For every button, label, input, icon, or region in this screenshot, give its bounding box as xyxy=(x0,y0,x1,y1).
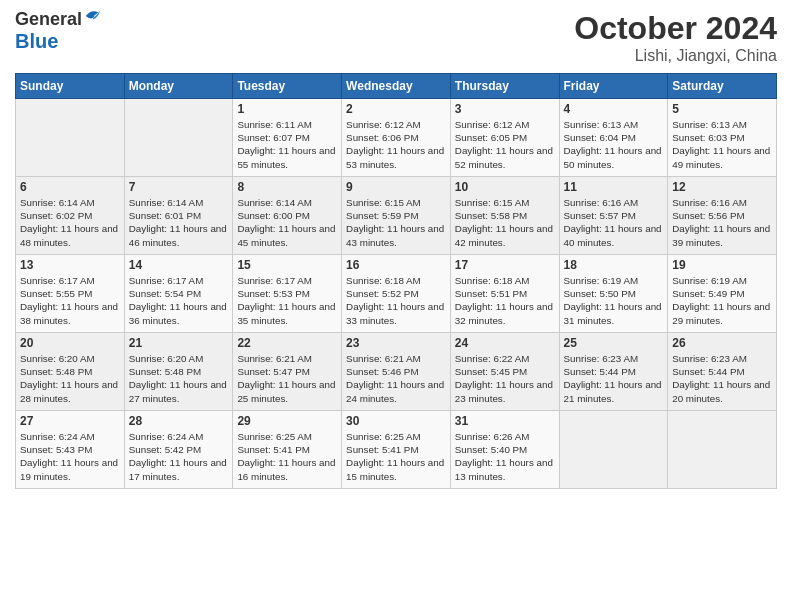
day-info: Sunrise: 6:19 AMSunset: 5:49 PMDaylight:… xyxy=(672,274,772,327)
logo: General Blue xyxy=(15,10,102,52)
day-number: 5 xyxy=(672,102,772,116)
day-number: 13 xyxy=(20,258,120,272)
table-row: 24Sunrise: 6:22 AMSunset: 5:45 PMDayligh… xyxy=(450,333,559,411)
day-info: Sunrise: 6:17 AMSunset: 5:54 PMDaylight:… xyxy=(129,274,229,327)
day-info: Sunrise: 6:14 AMSunset: 6:00 PMDaylight:… xyxy=(237,196,337,249)
table-row: 12Sunrise: 6:16 AMSunset: 5:56 PMDayligh… xyxy=(668,177,777,255)
day-number: 22 xyxy=(237,336,337,350)
table-row: 14Sunrise: 6:17 AMSunset: 5:54 PMDayligh… xyxy=(124,255,233,333)
day-number: 21 xyxy=(129,336,229,350)
day-number: 8 xyxy=(237,180,337,194)
day-info: Sunrise: 6:21 AMSunset: 5:47 PMDaylight:… xyxy=(237,352,337,405)
table-row: 27Sunrise: 6:24 AMSunset: 5:43 PMDayligh… xyxy=(16,411,125,489)
calendar-header-row: Sunday Monday Tuesday Wednesday Thursday… xyxy=(16,74,777,99)
day-info: Sunrise: 6:17 AMSunset: 5:53 PMDaylight:… xyxy=(237,274,337,327)
table-row: 2Sunrise: 6:12 AMSunset: 6:06 PMDaylight… xyxy=(342,99,451,177)
table-row: 31Sunrise: 6:26 AMSunset: 5:40 PMDayligh… xyxy=(450,411,559,489)
table-row: 7Sunrise: 6:14 AMSunset: 6:01 PMDaylight… xyxy=(124,177,233,255)
table-row: 5Sunrise: 6:13 AMSunset: 6:03 PMDaylight… xyxy=(668,99,777,177)
day-info: Sunrise: 6:13 AMSunset: 6:04 PMDaylight:… xyxy=(564,118,664,171)
weekday-monday: Monday xyxy=(124,74,233,99)
day-info: Sunrise: 6:22 AMSunset: 5:45 PMDaylight:… xyxy=(455,352,555,405)
calendar-week-row: 27Sunrise: 6:24 AMSunset: 5:43 PMDayligh… xyxy=(16,411,777,489)
day-number: 4 xyxy=(564,102,664,116)
table-row: 22Sunrise: 6:21 AMSunset: 5:47 PMDayligh… xyxy=(233,333,342,411)
table-row: 4Sunrise: 6:13 AMSunset: 6:04 PMDaylight… xyxy=(559,99,668,177)
weekday-wednesday: Wednesday xyxy=(342,74,451,99)
title-block: October 2024 Lishi, Jiangxi, China xyxy=(574,10,777,65)
day-number: 30 xyxy=(346,414,446,428)
table-row: 3Sunrise: 6:12 AMSunset: 6:05 PMDaylight… xyxy=(450,99,559,177)
day-info: Sunrise: 6:17 AMSunset: 5:55 PMDaylight:… xyxy=(20,274,120,327)
logo-text-general: General xyxy=(15,10,82,30)
table-row xyxy=(16,99,125,177)
day-info: Sunrise: 6:24 AMSunset: 5:42 PMDaylight:… xyxy=(129,430,229,483)
table-row: 25Sunrise: 6:23 AMSunset: 5:44 PMDayligh… xyxy=(559,333,668,411)
day-info: Sunrise: 6:14 AMSunset: 6:02 PMDaylight:… xyxy=(20,196,120,249)
weekday-sunday: Sunday xyxy=(16,74,125,99)
day-number: 28 xyxy=(129,414,229,428)
table-row: 19Sunrise: 6:19 AMSunset: 5:49 PMDayligh… xyxy=(668,255,777,333)
table-row: 23Sunrise: 6:21 AMSunset: 5:46 PMDayligh… xyxy=(342,333,451,411)
table-row: 8Sunrise: 6:14 AMSunset: 6:00 PMDaylight… xyxy=(233,177,342,255)
day-info: Sunrise: 6:13 AMSunset: 6:03 PMDaylight:… xyxy=(672,118,772,171)
weekday-friday: Friday xyxy=(559,74,668,99)
day-info: Sunrise: 6:18 AMSunset: 5:52 PMDaylight:… xyxy=(346,274,446,327)
day-info: Sunrise: 6:16 AMSunset: 5:57 PMDaylight:… xyxy=(564,196,664,249)
day-info: Sunrise: 6:18 AMSunset: 5:51 PMDaylight:… xyxy=(455,274,555,327)
table-row: 16Sunrise: 6:18 AMSunset: 5:52 PMDayligh… xyxy=(342,255,451,333)
table-row: 30Sunrise: 6:25 AMSunset: 5:41 PMDayligh… xyxy=(342,411,451,489)
day-number: 3 xyxy=(455,102,555,116)
day-info: Sunrise: 6:20 AMSunset: 5:48 PMDaylight:… xyxy=(20,352,120,405)
day-info: Sunrise: 6:20 AMSunset: 5:48 PMDaylight:… xyxy=(129,352,229,405)
calendar-table: Sunday Monday Tuesday Wednesday Thursday… xyxy=(15,73,777,489)
day-info: Sunrise: 6:24 AMSunset: 5:43 PMDaylight:… xyxy=(20,430,120,483)
calendar-week-row: 1Sunrise: 6:11 AMSunset: 6:07 PMDaylight… xyxy=(16,99,777,177)
day-info: Sunrise: 6:25 AMSunset: 5:41 PMDaylight:… xyxy=(237,430,337,483)
table-row: 6Sunrise: 6:14 AMSunset: 6:02 PMDaylight… xyxy=(16,177,125,255)
day-number: 6 xyxy=(20,180,120,194)
day-number: 19 xyxy=(672,258,772,272)
day-number: 12 xyxy=(672,180,772,194)
weekday-saturday: Saturday xyxy=(668,74,777,99)
day-info: Sunrise: 6:15 AMSunset: 5:58 PMDaylight:… xyxy=(455,196,555,249)
table-row: 21Sunrise: 6:20 AMSunset: 5:48 PMDayligh… xyxy=(124,333,233,411)
day-info: Sunrise: 6:19 AMSunset: 5:50 PMDaylight:… xyxy=(564,274,664,327)
day-number: 7 xyxy=(129,180,229,194)
day-number: 10 xyxy=(455,180,555,194)
day-number: 25 xyxy=(564,336,664,350)
day-number: 2 xyxy=(346,102,446,116)
day-number: 18 xyxy=(564,258,664,272)
day-number: 9 xyxy=(346,180,446,194)
table-row: 29Sunrise: 6:25 AMSunset: 5:41 PMDayligh… xyxy=(233,411,342,489)
table-row: 9Sunrise: 6:15 AMSunset: 5:59 PMDaylight… xyxy=(342,177,451,255)
day-number: 15 xyxy=(237,258,337,272)
page-title: October 2024 xyxy=(574,10,777,47)
table-row xyxy=(124,99,233,177)
table-row: 13Sunrise: 6:17 AMSunset: 5:55 PMDayligh… xyxy=(16,255,125,333)
header: General Blue October 2024 Lishi, Jiangxi… xyxy=(15,10,777,65)
page-subtitle: Lishi, Jiangxi, China xyxy=(574,47,777,65)
table-row: 20Sunrise: 6:20 AMSunset: 5:48 PMDayligh… xyxy=(16,333,125,411)
day-number: 29 xyxy=(237,414,337,428)
table-row xyxy=(668,411,777,489)
day-number: 26 xyxy=(672,336,772,350)
calendar-week-row: 13Sunrise: 6:17 AMSunset: 5:55 PMDayligh… xyxy=(16,255,777,333)
day-info: Sunrise: 6:12 AMSunset: 6:06 PMDaylight:… xyxy=(346,118,446,171)
day-info: Sunrise: 6:25 AMSunset: 5:41 PMDaylight:… xyxy=(346,430,446,483)
table-row xyxy=(559,411,668,489)
weekday-thursday: Thursday xyxy=(450,74,559,99)
day-number: 31 xyxy=(455,414,555,428)
table-row: 11Sunrise: 6:16 AMSunset: 5:57 PMDayligh… xyxy=(559,177,668,255)
day-info: Sunrise: 6:12 AMSunset: 6:05 PMDaylight:… xyxy=(455,118,555,171)
calendar-week-row: 20Sunrise: 6:20 AMSunset: 5:48 PMDayligh… xyxy=(16,333,777,411)
day-number: 11 xyxy=(564,180,664,194)
day-number: 14 xyxy=(129,258,229,272)
day-info: Sunrise: 6:23 AMSunset: 5:44 PMDaylight:… xyxy=(564,352,664,405)
calendar-week-row: 6Sunrise: 6:14 AMSunset: 6:02 PMDaylight… xyxy=(16,177,777,255)
day-info: Sunrise: 6:15 AMSunset: 5:59 PMDaylight:… xyxy=(346,196,446,249)
day-number: 27 xyxy=(20,414,120,428)
logo-bird-icon xyxy=(84,7,102,25)
table-row: 28Sunrise: 6:24 AMSunset: 5:42 PMDayligh… xyxy=(124,411,233,489)
table-row: 15Sunrise: 6:17 AMSunset: 5:53 PMDayligh… xyxy=(233,255,342,333)
